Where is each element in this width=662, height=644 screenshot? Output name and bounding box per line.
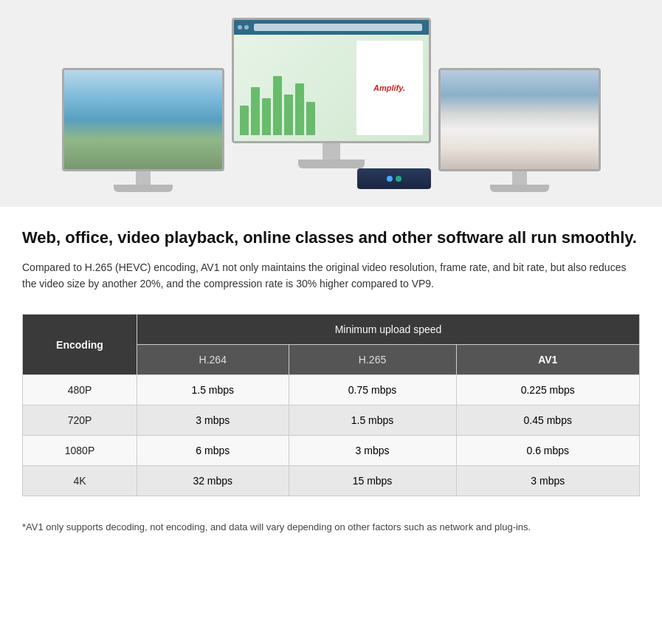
center-screen-content: Amplify. xyxy=(234,20,429,141)
th-h264: H.264 xyxy=(137,345,289,375)
chart-bar xyxy=(295,83,304,135)
monitor-stand-neck-left xyxy=(136,171,151,185)
row-h265: 1.5 mbps xyxy=(289,405,456,436)
row-h265: 15 mbps xyxy=(289,466,456,496)
mountain-scene xyxy=(441,70,599,169)
row-av1: 0.45 mbps xyxy=(456,405,639,436)
monitor-screen-left xyxy=(62,68,224,171)
monitor-right xyxy=(438,68,601,192)
row-label: 4K xyxy=(23,466,137,496)
monitor-stand-neck-right xyxy=(512,171,527,185)
row-h265: 0.75 mbps xyxy=(289,375,456,405)
monitor-center: Amplify. xyxy=(232,18,431,168)
row-av1: 3 mbps xyxy=(456,466,639,496)
monitor-stand-base-center xyxy=(298,160,365,168)
document-area: Amplify. xyxy=(356,41,423,135)
table-section: Encoding Minimum upload speed H.264 H.26… xyxy=(0,306,662,511)
th-av1: AV1 xyxy=(456,345,639,375)
monitor-screen-right xyxy=(438,68,601,171)
amplify-label: Amplify. xyxy=(373,83,405,92)
row-label: 1080P xyxy=(23,436,137,466)
page-wrapper: Amplify. Web, office, xyxy=(0,0,662,547)
monitor-screen-center: Amplify. xyxy=(232,18,431,143)
center-monitor-group: Amplify. xyxy=(232,18,431,192)
device-led-1 xyxy=(387,176,393,182)
row-label: 480P xyxy=(23,375,137,405)
chart-bar xyxy=(306,102,315,135)
chart-bar xyxy=(251,87,260,135)
monitor-left xyxy=(62,68,224,192)
th-min-upload: Minimum upload speed xyxy=(137,315,640,345)
description: Compared to H.265 (HEVC) encoding, AV1 n… xyxy=(22,259,640,292)
row-h264: 3 mbps xyxy=(137,405,289,436)
table-row: 720P3 mbps1.5 mbps0.45 mbps xyxy=(23,405,640,436)
monitor-stand-base-right xyxy=(490,185,549,192)
table-row: 4K32 mbps15 mbps3 mbps xyxy=(23,466,640,496)
table-row: 1080P6 mbps3 mbps0.6 mbps xyxy=(23,436,640,466)
screen-dot-2 xyxy=(244,25,249,30)
footnote-text: *AV1 only supports decoding, not encodin… xyxy=(22,520,640,535)
chart-bar xyxy=(284,95,293,135)
screen-header xyxy=(234,20,429,35)
row-h265: 3 mbps xyxy=(289,436,456,466)
monitor-stand-base-left xyxy=(114,185,173,192)
row-h264: 1.5 mbps xyxy=(137,375,289,405)
table-row: 480P1.5 mbps0.75 mbps0.225 mbps xyxy=(23,375,640,405)
device-led-2 xyxy=(396,176,401,182)
encoding-table: Encoding Minimum upload speed H.264 H.26… xyxy=(22,314,640,496)
chart-bars xyxy=(240,41,352,135)
text-section: Web, office, video playback, online clas… xyxy=(0,207,662,306)
chart-bar xyxy=(273,76,282,135)
th-h265: H.265 xyxy=(289,345,456,375)
th-encoding: Encoding xyxy=(23,315,137,375)
table-header-row-1: Encoding Minimum upload speed xyxy=(23,315,640,345)
center-screen-body: Amplify. xyxy=(234,35,429,141)
monitor-section: Amplify. xyxy=(0,0,662,207)
row-av1: 0.6 mbps xyxy=(456,436,639,466)
screen-dot-1 xyxy=(238,25,242,30)
row-h264: 6 mbps xyxy=(137,436,289,466)
table-body: 480P1.5 mbps0.75 mbps0.225 mbps720P3 mbp… xyxy=(23,375,640,496)
row-h264: 32 mbps xyxy=(137,466,289,496)
row-av1: 0.225 mbps xyxy=(456,375,639,405)
chart-bar xyxy=(262,98,271,135)
screen-address-bar xyxy=(254,24,422,31)
row-label: 720P xyxy=(23,405,137,436)
footnote: *AV1 only supports decoding, not encodin… xyxy=(0,511,662,547)
mini-pc-device xyxy=(357,168,431,189)
chart-bar xyxy=(240,106,249,135)
monitor-stand-neck-center xyxy=(323,143,340,160)
headline: Web, office, video playback, online clas… xyxy=(22,227,640,249)
